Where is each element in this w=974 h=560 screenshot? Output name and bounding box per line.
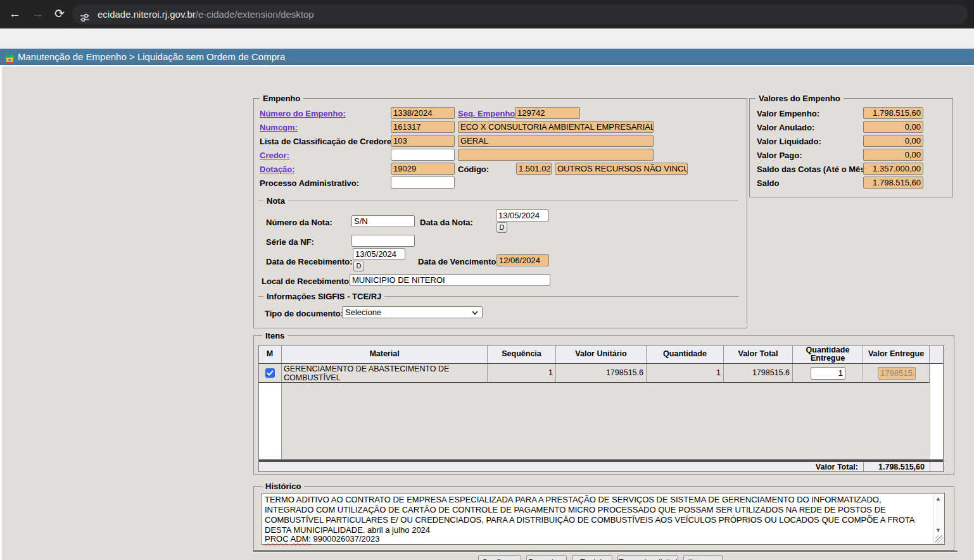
serie-nf-label: Série da NF: bbox=[266, 237, 314, 247]
back-icon[interactable]: ← bbox=[9, 6, 21, 22]
check-icon bbox=[267, 370, 274, 376]
col-header-valor-total: Valor Total bbox=[724, 345, 793, 364]
data-nota-field[interactable]: 13/05/2024 bbox=[496, 209, 549, 221]
col-header-sequencia: Sequência bbox=[488, 345, 556, 364]
estornar-button[interactable]: Estornar bbox=[683, 555, 723, 560]
historico-proc-line: PROC ADM: 9900026037/2023 bbox=[265, 534, 379, 544]
data-nota-calendar-button[interactable]: D bbox=[496, 222, 507, 233]
numero-nota-field[interactable]: S/N bbox=[351, 215, 415, 227]
valor-empenho-label: Valor Empenho: bbox=[757, 109, 819, 118]
dotacao-link[interactable]: Dotação: bbox=[260, 165, 295, 174]
reload-icon[interactable]: ⟳ bbox=[54, 6, 65, 22]
credor-link[interactable]: Credor: bbox=[260, 151, 289, 160]
data-vencimento-label: Data de Vencimento: bbox=[418, 257, 499, 266]
itens-legend: Itens bbox=[262, 331, 288, 340]
historico-text: TERMO ADITIVO AO CONTRATO DE EMPRESA ESP… bbox=[265, 495, 927, 535]
tipo-documento-value: Selecione bbox=[345, 308, 381, 317]
lista-credores-code-field[interactable]: 103 bbox=[391, 135, 455, 147]
col-header-quantidade: Quantidade bbox=[647, 345, 724, 364]
row-cell-valor-unitario: 1798515.6 bbox=[556, 364, 647, 383]
historico-textarea[interactable]: TERMO ADITIVO AO CONTRATO DE EMPRESA ESP… bbox=[262, 493, 945, 545]
buttons-divider bbox=[253, 551, 958, 552]
saldo-cotas-label: Saldo das Cotas (Até o Mês) bbox=[757, 165, 868, 174]
excluir-button[interactable]: Excluir bbox=[572, 555, 612, 560]
valor-empenho-field: 1.798.515,60 bbox=[863, 107, 923, 119]
codigo-field[interactable]: 1.501.02 bbox=[516, 163, 552, 175]
tipo-documento-label: Tipo de documento: bbox=[265, 309, 343, 318]
screen: ← → ⟳ ecidade.niteroi.rj.gov.br/e-cidade… bbox=[0, 0, 974, 560]
local-recebimento-label: Local de Recebimento: bbox=[262, 277, 351, 286]
footer-border-2 bbox=[930, 462, 930, 472]
lista-credores-label: Lista de Classificação de Credores: bbox=[260, 137, 399, 146]
seq-empenho-link[interactable]: Seq. Empenho: bbox=[458, 109, 518, 118]
ecidade-logo-icon bbox=[4, 50, 16, 66]
pesquisar-button[interactable]: Pesquisar bbox=[526, 555, 567, 560]
sigfis-legend: Informações SIGFIS - TCE/RJ bbox=[263, 292, 384, 301]
confirmar-button[interactable]: Confirmar bbox=[478, 555, 521, 560]
empenho-digital-button[interactable]: Empenho digital bbox=[617, 555, 678, 560]
data-vencimento-field[interactable]: 12/06/2024 bbox=[496, 254, 549, 266]
processo-label: Processo Administrativo: bbox=[260, 178, 359, 188]
col-header-valor-entregue: Valor Entregue bbox=[863, 345, 930, 364]
valor-liquidado-field: 0,00 bbox=[863, 135, 923, 147]
col-header-quantidade-entregue: Quantidade Entregue bbox=[793, 345, 863, 364]
url-text: ecidade.niteroi.rj.gov.br/e-cidade/exten… bbox=[98, 4, 314, 24]
itens-scrollbar-track[interactable] bbox=[930, 364, 944, 459]
url-domain: ecidade.niteroi.rj.gov.br bbox=[98, 9, 196, 20]
serie-nf-field[interactable] bbox=[351, 235, 415, 247]
valor-total-footer-label: Valor Total: bbox=[633, 463, 858, 471]
lista-credores-name-field[interactable]: GERAL bbox=[458, 135, 654, 147]
data-recebimento-field[interactable]: 13/05/2024 bbox=[353, 248, 405, 260]
dropdown-arrow-icon bbox=[472, 311, 478, 315]
credor-name-field[interactable] bbox=[458, 149, 654, 161]
col-header-valor-unitario: Valor Unitário bbox=[556, 345, 647, 364]
credor-code-field[interactable] bbox=[391, 149, 455, 161]
scroll-down-icon[interactable]: ▼ bbox=[935, 527, 941, 533]
dotacao-field[interactable]: 19029 bbox=[391, 163, 455, 175]
processo-field[interactable] bbox=[391, 177, 455, 189]
numero-empenho-field[interactable]: 1338/2024 bbox=[391, 107, 455, 119]
saldo-field: 1.798.515,60 bbox=[863, 177, 923, 189]
col-header-m: M bbox=[258, 345, 282, 364]
codigo-name-field[interactable]: OUTROS RECURSOS NÃO VINCUL bbox=[555, 163, 688, 175]
row-cell-quantidade: 1 bbox=[647, 364, 724, 383]
valor-liquidado-label: Valor Liquidado: bbox=[757, 137, 821, 146]
tipo-documento-select[interactable]: Selecione bbox=[342, 306, 483, 318]
scroll-up-icon[interactable]: ▲ bbox=[935, 495, 941, 502]
forward-icon[interactable]: → bbox=[32, 6, 44, 22]
valor-pago-label: Valor Pago: bbox=[757, 151, 802, 160]
empenho-legend: Empenho bbox=[260, 94, 303, 103]
numcgm-link[interactable]: Numcgm: bbox=[260, 123, 298, 132]
valor-entregue-input: 1798515.6 bbox=[878, 367, 916, 380]
valor-pago-field: 0,00 bbox=[863, 149, 923, 161]
numero-empenho-link[interactable]: Número do Empenho: bbox=[260, 109, 346, 118]
nota-legend: Nota bbox=[263, 196, 288, 206]
data-nota-label: Data da Nota: bbox=[420, 218, 473, 227]
data-recebimento-label: Data de Recebimento: bbox=[266, 257, 353, 266]
data-recebimento-calendar-button[interactable]: D bbox=[353, 261, 364, 271]
valores-legend: Valores do Empenho bbox=[756, 94, 844, 103]
saldo-label: Saldo bbox=[757, 178, 779, 188]
seq-empenho-field[interactable]: 129742 bbox=[515, 107, 580, 119]
toolbar-spacer bbox=[0, 28, 974, 49]
url-bar[interactable]: ecidade.niteroi.rj.gov.br/e-cidade/exten… bbox=[72, 4, 968, 24]
numcgm-code-field[interactable]: 161317 bbox=[391, 121, 455, 133]
browser-toolbar: ← → ⟳ ecidade.niteroi.rj.gov.br/e-cidade… bbox=[0, 0, 974, 28]
row-cell-material: GERENCIAMENTO DE ABASTECIMENTO DE COMBUS… bbox=[282, 364, 488, 383]
site-settings-icon[interactable] bbox=[80, 9, 90, 29]
row-cell-valor-total: 1798515.6 bbox=[724, 364, 793, 383]
row-cell-sequencia: 1 bbox=[488, 364, 556, 383]
row-checkbox[interactable] bbox=[265, 368, 275, 378]
resize-grip-icon[interactable] bbox=[935, 535, 944, 544]
nota-divider bbox=[258, 201, 738, 201]
numcgm-name-field[interactable]: ECO X CONSULTORIA AMBIENTAL EMPRESARIAL bbox=[458, 121, 654, 133]
codigo-label: Código: bbox=[458, 165, 489, 174]
url-path: /e-cidade/extension/desktop bbox=[196, 9, 314, 20]
historico-legend: Histórico bbox=[262, 482, 304, 491]
valor-total-footer-value: 1.798.515,60 bbox=[863, 463, 925, 471]
local-recebimento-field[interactable]: MUNICIPIO DE NITEROI bbox=[350, 274, 550, 286]
grid-empty-first-column bbox=[258, 383, 282, 459]
quantidade-entregue-input[interactable]: 1 bbox=[811, 367, 845, 380]
valor-anulado-label: Valor Anulado: bbox=[757, 123, 814, 132]
page-title: Manutenção de Empenho > Liquidação sem O… bbox=[18, 51, 285, 62]
